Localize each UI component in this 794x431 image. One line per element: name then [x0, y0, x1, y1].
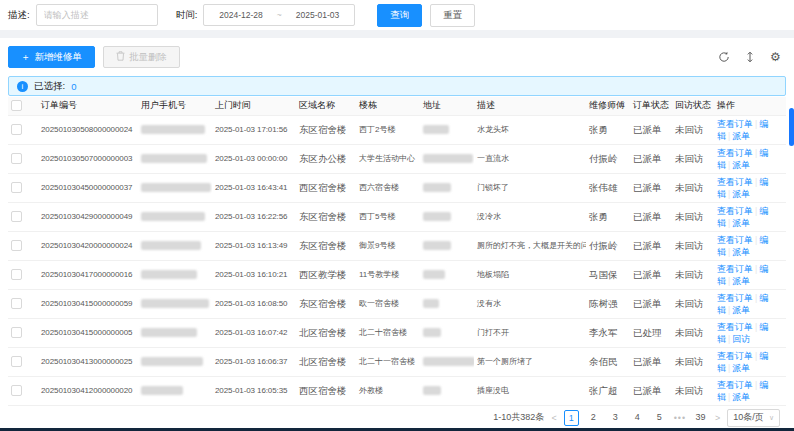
action-link[interactable]: 查看订单	[717, 351, 753, 361]
page-number[interactable]: 4	[630, 410, 645, 426]
worker-name: 张伟雄	[589, 182, 618, 193]
action-link[interactable]: 查看订单	[717, 119, 753, 129]
action-link[interactable]: 派单	[732, 247, 750, 257]
building-name: 大学生活动中心	[359, 154, 415, 163]
prev-page-arrow[interactable]: <	[551, 413, 556, 423]
table-row: 2025010304130000000252025-01-03 16:06:37…	[8, 347, 786, 376]
desc-filter-input[interactable]	[36, 4, 158, 26]
masked-phone	[141, 154, 207, 163]
link-separator: |	[728, 131, 730, 141]
visit-status: 未回访	[675, 211, 704, 222]
reload-icon[interactable]	[717, 51, 730, 64]
row-checkbox[interactable]	[11, 269, 22, 280]
action-link[interactable]: 派单	[732, 160, 750, 170]
order-status: 已派单	[633, 211, 662, 222]
link-separator: |	[728, 247, 730, 257]
action-link[interactable]: 查看订单	[717, 264, 753, 274]
page-number[interactable]: 3	[608, 410, 623, 426]
search-button[interactable]: 查询	[377, 4, 422, 27]
action-link[interactable]: 派单	[732, 363, 750, 373]
visit-status: 未回访	[675, 124, 704, 135]
action-link[interactable]: 派单	[732, 276, 750, 286]
visit-status: 未回访	[675, 356, 704, 367]
masked-address	[423, 212, 451, 221]
row-checkbox[interactable]	[11, 327, 22, 338]
masked-phone	[141, 299, 209, 308]
action-link[interactable]: 派单	[732, 392, 750, 402]
area-name: 东区宿舍楼	[299, 240, 347, 251]
table-row: 2025010304150000000052025-01-03 16:07:42…	[8, 318, 786, 347]
operations-cell: 查看订单|编辑|派单	[714, 260, 786, 289]
action-link[interactable]: 派单	[732, 218, 750, 228]
vertical-scrollbar-thumb[interactable]	[789, 108, 794, 146]
visit-time: 2025-01-03 16:06:37	[215, 357, 287, 366]
date-range-picker[interactable]: 2024-12-28 ~ 2025-01-03	[203, 4, 355, 26]
page-ellipsis[interactable]: •••	[674, 413, 686, 423]
area-name: 西区宿舍楼	[299, 385, 347, 396]
order-number: 202501030415000000005	[41, 328, 132, 337]
pagination-total: 1-10共382条	[493, 411, 544, 424]
area-name: 东区宿舍楼	[299, 124, 347, 135]
page-number-last[interactable]: 39	[693, 410, 708, 426]
date-end[interactable]: 2025-01-03	[296, 10, 339, 20]
order-status: 已派单	[633, 182, 662, 193]
chevron-down-icon: ∨	[769, 414, 774, 422]
select-all-checkbox[interactable]	[11, 100, 22, 111]
building-name: 西六宿舍楼	[359, 183, 399, 192]
visit-status: 未回访	[675, 269, 704, 280]
action-link[interactable]: 查看订单	[717, 380, 753, 390]
action-link[interactable]: 查看订单	[717, 293, 753, 303]
batch-delete-button[interactable]: 批量删除	[103, 46, 180, 68]
link-separator: |	[728, 334, 730, 344]
worker-name: 李永军	[589, 327, 618, 338]
action-link[interactable]: 派单	[732, 131, 750, 141]
link-separator: |	[728, 189, 730, 199]
row-checkbox[interactable]	[11, 298, 22, 309]
action-link[interactable]: 查看订单	[717, 177, 753, 187]
row-checkbox[interactable]	[11, 385, 22, 396]
settings-gear-icon[interactable]: ⚙	[769, 51, 782, 64]
page-number[interactable]: 5	[652, 410, 667, 426]
order-status: 已派单	[633, 153, 662, 164]
operations-cell: 查看订单|编辑|派单	[714, 115, 786, 144]
action-link[interactable]: 派单	[732, 189, 750, 199]
row-checkbox[interactable]	[11, 124, 22, 135]
action-link[interactable]: 查看订单	[717, 206, 753, 216]
order-status: 已派单	[633, 124, 662, 135]
date-start[interactable]: 2024-12-28	[219, 10, 262, 20]
action-link[interactable]: 查看订单	[717, 148, 753, 158]
col-building: 楼栋	[356, 97, 420, 115]
link-separator: |	[755, 235, 757, 245]
action-link[interactable]: 派单	[732, 305, 750, 315]
row-checkbox[interactable]	[11, 211, 22, 222]
col-phone: 用户手机号	[138, 97, 212, 115]
operations-cell: 查看订单|编辑|派单	[714, 202, 786, 231]
masked-phone	[141, 270, 197, 279]
order-number: 202501030415000000059	[41, 299, 132, 308]
order-number: 202501030412000000020	[41, 386, 132, 395]
page-size-select[interactable]: 10条/页 ∨	[727, 409, 780, 427]
description: 没有水	[477, 299, 501, 308]
masked-phone	[141, 241, 201, 250]
visit-time: 2025-01-03 16:13:49	[215, 241, 287, 250]
row-checkbox[interactable]	[11, 240, 22, 251]
area-name: 东区办公楼	[299, 153, 347, 164]
action-link[interactable]: 查看订单	[717, 235, 753, 245]
area-name: 北区宿舍楼	[299, 327, 347, 338]
description: 门打不开	[477, 328, 509, 337]
page-number[interactable]: 1	[564, 410, 579, 426]
action-link[interactable]: 查看订单	[717, 322, 753, 332]
action-link[interactable]: 回访	[732, 334, 750, 344]
row-checkbox[interactable]	[11, 182, 22, 193]
row-checkbox[interactable]	[11, 153, 22, 164]
reset-button[interactable]: 重置	[430, 4, 475, 27]
add-repair-order-button[interactable]: ＋ 新增维修单	[8, 46, 95, 68]
page-number[interactable]: 2	[586, 410, 601, 426]
operations-cell: 查看订单|编辑|派单	[714, 173, 786, 202]
order-number: 202501030508000000024	[41, 125, 132, 134]
next-page-arrow[interactable]: >	[715, 413, 720, 423]
row-checkbox[interactable]	[11, 356, 22, 367]
column-height-icon[interactable]	[743, 51, 756, 64]
building-name: 欧一宿舍楼	[359, 299, 399, 308]
operations-cell: 查看订单|编辑|派单	[714, 144, 786, 173]
